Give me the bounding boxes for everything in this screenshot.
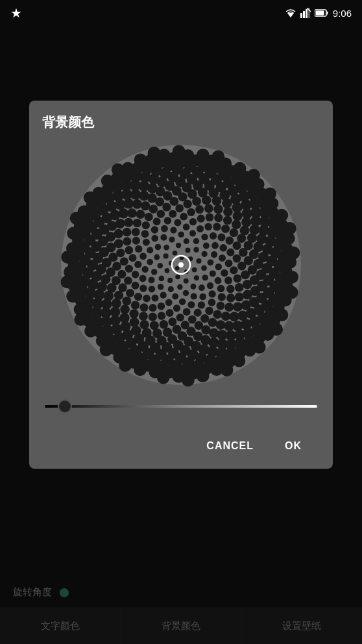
svg-point-131 bbox=[188, 316, 197, 324]
svg-point-54 bbox=[189, 230, 196, 237]
svg-point-115 bbox=[218, 293, 226, 301]
svg-rect-1 bbox=[300, 13, 302, 18]
svg-point-178 bbox=[208, 318, 217, 327]
svg-point-499 bbox=[197, 149, 210, 162]
svg-point-27 bbox=[158, 263, 163, 269]
svg-point-83 bbox=[210, 232, 217, 240]
svg-point-518 bbox=[285, 286, 298, 299]
svg-point-128 bbox=[226, 285, 235, 293]
svg-point-133 bbox=[233, 254, 241, 263]
svg-point-48 bbox=[147, 259, 153, 266]
dialog-title: 背景颜色 bbox=[42, 114, 320, 131]
color-wheel-container bbox=[42, 142, 320, 388]
svg-point-125 bbox=[226, 236, 234, 245]
svg-point-524 bbox=[119, 359, 132, 372]
svg-point-107 bbox=[224, 277, 232, 284]
svg-point-41 bbox=[193, 238, 199, 244]
svg-point-33 bbox=[184, 238, 189, 244]
wifi-icon bbox=[285, 8, 296, 18]
brightness-slider[interactable] bbox=[45, 405, 317, 408]
svg-point-58 bbox=[160, 292, 167, 299]
svg-point-79 bbox=[152, 295, 159, 302]
svg-point-119 bbox=[142, 221, 150, 229]
svg-point-17 bbox=[173, 251, 178, 256]
svg-point-206 bbox=[223, 207, 233, 217]
svg-point-26 bbox=[194, 275, 199, 280]
svg-point-497 bbox=[285, 271, 298, 284]
svg-point-102 bbox=[208, 299, 216, 306]
svg-point-71 bbox=[165, 299, 173, 306]
svg-point-52 bbox=[210, 270, 216, 277]
svg-point-91 bbox=[219, 244, 227, 252]
svg-point-159 bbox=[230, 229, 238, 237]
svg-point-117 bbox=[213, 223, 221, 230]
svg-point-34 bbox=[191, 284, 197, 290]
svg-point-164 bbox=[204, 204, 213, 213]
svg-point-98 bbox=[141, 230, 149, 238]
svg-point-517 bbox=[112, 164, 125, 177]
svg-point-161 bbox=[149, 204, 158, 214]
ok-button[interactable]: OK bbox=[272, 434, 315, 458]
svg-point-522 bbox=[70, 212, 83, 225]
svg-point-172 bbox=[223, 216, 232, 225]
svg-point-113 bbox=[149, 304, 156, 312]
svg-point-46 bbox=[178, 231, 184, 238]
svg-point-82 bbox=[134, 261, 141, 268]
svg-point-78 bbox=[219, 254, 226, 262]
color-wheel-svg[interactable] bbox=[58, 142, 304, 388]
svg-point-506 bbox=[66, 290, 79, 303]
svg-point-509 bbox=[84, 192, 97, 204]
svg-point-512 bbox=[173, 145, 186, 158]
svg-point-189 bbox=[130, 309, 139, 318]
signal-icon bbox=[300, 8, 311, 18]
svg-point-210 bbox=[120, 304, 130, 314]
svg-point-101 bbox=[180, 213, 187, 221]
svg-point-138 bbox=[221, 225, 230, 233]
svg-point-38 bbox=[169, 237, 175, 243]
svg-point-16 bbox=[175, 275, 180, 280]
svg-point-65 bbox=[215, 264, 223, 271]
svg-point-94 bbox=[217, 285, 225, 293]
svg-point-527 bbox=[61, 275, 74, 288]
svg-point-514 bbox=[61, 251, 74, 264]
svg-point-90 bbox=[135, 245, 142, 253]
svg-point-142 bbox=[126, 289, 134, 297]
svg-point-214 bbox=[240, 226, 250, 236]
svg-point-498 bbox=[84, 325, 97, 338]
svg-point-519 bbox=[74, 313, 87, 326]
svg-point-174 bbox=[136, 210, 145, 219]
svg-point-20 bbox=[186, 248, 191, 253]
svg-point-515 bbox=[263, 188, 276, 201]
svg-point-40 bbox=[151, 269, 157, 275]
svg-point-124 bbox=[125, 246, 134, 254]
svg-point-529 bbox=[182, 374, 195, 387]
svg-point-212 bbox=[216, 320, 226, 330]
svg-point-42 bbox=[183, 290, 189, 296]
svg-point-153 bbox=[133, 219, 141, 227]
svg-point-505 bbox=[276, 308, 289, 321]
svg-point-86 bbox=[221, 269, 228, 277]
svg-point-496 bbox=[101, 175, 114, 188]
svg-rect-3 bbox=[306, 9, 308, 18]
svg-point-516 bbox=[157, 371, 170, 384]
cancel-button[interactable]: CANCEL bbox=[193, 434, 267, 458]
svg-point-103 bbox=[129, 254, 137, 262]
svg-point-109 bbox=[197, 215, 205, 223]
svg-point-97 bbox=[183, 308, 191, 316]
svg-point-84 bbox=[173, 304, 180, 312]
svg-point-11 bbox=[175, 266, 180, 271]
svg-point-135 bbox=[175, 204, 184, 212]
svg-point-202 bbox=[139, 320, 149, 330]
svg-point-30 bbox=[163, 245, 169, 251]
svg-point-146 bbox=[233, 242, 241, 250]
svg-point-520 bbox=[211, 150, 224, 163]
svg-point-193 bbox=[232, 220, 241, 229]
slider-container bbox=[42, 399, 320, 410]
svg-point-29 bbox=[177, 284, 183, 290]
svg-point-118 bbox=[176, 314, 184, 321]
svg-point-127 bbox=[157, 210, 165, 218]
svg-point-25 bbox=[176, 243, 181, 248]
svg-point-110 bbox=[194, 309, 202, 317]
svg-point-137 bbox=[120, 257, 128, 266]
svg-point-121 bbox=[134, 293, 142, 301]
